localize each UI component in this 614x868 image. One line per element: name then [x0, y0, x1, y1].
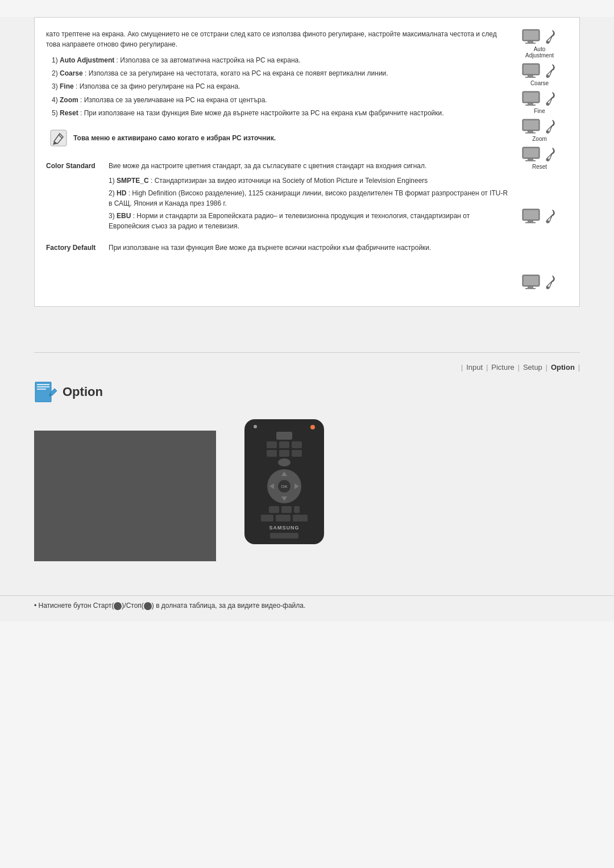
wrench-icon-coarse: [545, 64, 557, 78]
remote-btn-3b[interactable]: [279, 450, 289, 457]
remote-dpad-center[interactable]: OK: [278, 480, 291, 493]
spacer-middle: [0, 324, 614, 347]
remote-btn-6a[interactable]: [261, 515, 273, 521]
remote-row-4: [249, 458, 320, 466]
svg-rect-10: [525, 77, 536, 78]
svg-rect-34: [528, 286, 533, 288]
stop-icon: [144, 602, 152, 610]
color-item-1: 1) SMPTE_C : Стандартизиран за видео изт…: [109, 176, 511, 186]
monitor-icon-auto: [522, 29, 544, 45]
monitor-icon-coarse: [522, 63, 544, 79]
nav-sep-4: |: [546, 364, 547, 372]
remote-btn-3a[interactable]: [267, 450, 277, 457]
remote-btn-3c[interactable]: [292, 450, 302, 457]
factory-default-icon-pair: [522, 274, 557, 290]
nav-sep-2: |: [486, 364, 488, 372]
nav-divider: [34, 352, 580, 353]
item-1: 1) Auto Adjustment : Използва се за авто…: [52, 55, 511, 66]
remote-btn-2b[interactable]: [279, 441, 289, 448]
svg-rect-4: [528, 41, 533, 43]
manual-items: 1) Auto Adjustment : Използва се за авто…: [52, 55, 511, 119]
remote-btn-2a[interactable]: [267, 441, 277, 448]
wrench-icon-fine: [545, 91, 557, 106]
wrench-icon-zoom: [545, 119, 557, 134]
remote-dot-left: [254, 425, 257, 428]
remote-btn-2c[interactable]: [292, 441, 302, 448]
remote-dpad: OK: [267, 469, 301, 503]
factory-default-row: Factory Default При използване на тази ф…: [46, 243, 511, 255]
option-header: Option: [34, 382, 580, 402]
content-area: OK: [34, 419, 580, 561]
option-section: Option: [0, 376, 614, 595]
reset-icon-pair: [522, 147, 557, 162]
note-box: Това меню е активирано само когато е изб…: [46, 126, 511, 151]
wrench-icon-auto: [545, 30, 557, 44]
svg-rect-29: [528, 220, 533, 222]
svg-rect-28: [524, 210, 538, 219]
color-standard-label: Color Standard: [46, 161, 97, 233]
svg-rect-24: [528, 158, 533, 160]
wrench-icon-factory: [545, 275, 557, 290]
zoom-icon-group: Zoom: [522, 119, 557, 142]
reset-label: Reset: [532, 164, 547, 170]
auto-adjustment-icon-group: AutoAdjustment: [522, 29, 557, 59]
remote-btn-6c[interactable]: [293, 515, 308, 521]
remote-btn-1[interactable]: [276, 432, 292, 440]
svg-rect-5: [525, 43, 536, 44]
color-standard-row: Color Standard Вие може да настроите цве…: [46, 161, 511, 233]
note-text: Това меню е активирано само когато е изб…: [73, 134, 276, 142]
svg-point-36: [547, 286, 549, 288]
svg-rect-33: [524, 276, 538, 285]
svg-rect-35: [525, 288, 536, 289]
item-2: 2) Coarse : Използва се за регулиране на…: [52, 68, 511, 79]
remote-row-1: [249, 432, 320, 440]
fine-icon-pair: [522, 91, 557, 107]
remote-left-arrow: [269, 483, 274, 489]
nav-item-setup[interactable]: Setup: [523, 363, 542, 372]
note-pencil-icon: [49, 129, 68, 147]
monitor-icon-reset: [522, 147, 544, 162]
screen-placeholder: [34, 431, 216, 561]
color-standard-icon-group: [522, 208, 557, 224]
nav-sep-5: |: [578, 364, 580, 372]
intro-paragraph: като трептене на екрана. Ако смущението …: [46, 29, 511, 49]
monitor-icon-fine: [522, 91, 544, 107]
factory-default-content: При използване на тази функция Вие може …: [109, 243, 511, 255]
remote-top: [249, 425, 320, 429]
option-page-icon: [34, 382, 57, 402]
remote-led: [310, 425, 315, 429]
manual-text: като трептене на екрана. Ако смущението …: [46, 29, 511, 295]
svg-point-26: [547, 158, 549, 160]
nav-item-option[interactable]: Option: [551, 363, 575, 372]
color-standard-icon-pair: [522, 208, 557, 224]
monitor-icon-factory: [522, 274, 544, 290]
svg-point-11: [547, 75, 549, 77]
remote-btn-5c[interactable]: [294, 506, 300, 513]
remote-btn-5b[interactable]: [281, 506, 292, 513]
item-3: 3) Fine : Използва се за фино регулиране…: [52, 81, 511, 92]
remote-bottom-btn[interactable]: [270, 533, 298, 539]
auto-adjustment-label: AutoAdjustment: [525, 46, 554, 59]
page-wrapper: като трептене на екрана. Ако смущението …: [0, 17, 614, 621]
fine-label: Fine: [534, 108, 545, 114]
nav-sep-1: |: [461, 364, 463, 372]
item-5: 5) Reset : При използване на тази функци…: [52, 108, 511, 119]
color-item-3: 3) EBU : Норми и стандарти за Европейска…: [109, 211, 511, 231]
bottom-note: • Натиснете бутон Старт()/Стоп() в долна…: [0, 595, 614, 621]
nav-item-input[interactable]: Input: [466, 363, 483, 372]
remote-row-3: [249, 450, 320, 457]
remote-btn-5a[interactable]: [269, 506, 279, 513]
svg-rect-15: [525, 105, 536, 106]
auto-adjustment-icon-pair: [522, 29, 557, 45]
nav-sep-3: |: [518, 364, 520, 372]
zoom-label: Zoom: [532, 136, 547, 142]
svg-rect-18: [524, 120, 538, 130]
nav-item-picture[interactable]: Picture: [491, 363, 514, 372]
remote-btn-6b[interactable]: [276, 515, 291, 521]
play-icon: [114, 602, 122, 610]
svg-point-21: [547, 131, 549, 132]
wrench-icon-reset: [545, 147, 557, 162]
remote-container: OK: [239, 419, 330, 544]
manual-section: като трептене на екрана. Ако смущението …: [34, 17, 580, 307]
remote-btn-ok[interactable]: [278, 458, 291, 466]
